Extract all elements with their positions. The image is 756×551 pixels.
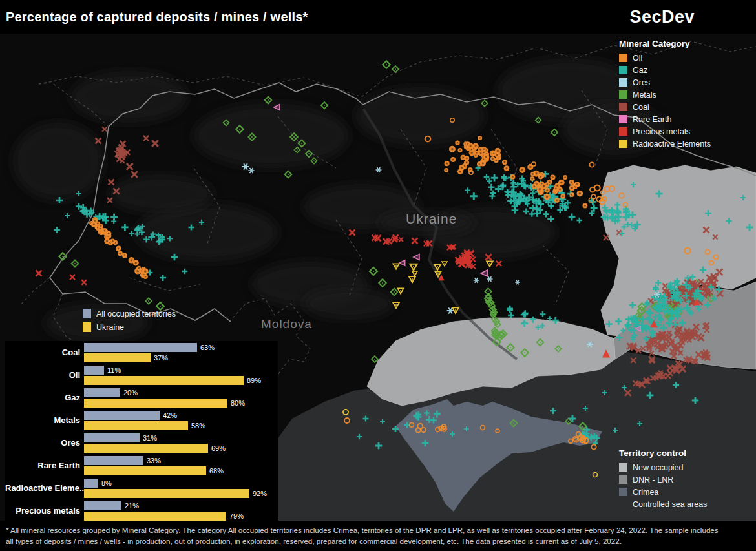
deposit-marker-oil[interactable] [467, 143, 474, 149]
deposit-marker-oil[interactable] [457, 148, 462, 152]
bar-metals-0[interactable] [84, 411, 160, 420]
deposit-marker-oil[interactable] [530, 176, 534, 181]
territory-legend-item-new-occupied[interactable]: New occupied [619, 461, 707, 473]
deposit-marker-oil[interactable] [483, 154, 489, 160]
deposit-marker-oil[interactable] [569, 192, 574, 197]
deposit-marker-oil[interactable] [558, 180, 565, 186]
deposit-marker-oil[interactable] [544, 194, 551, 200]
deposit-marker-oil[interactable] [450, 157, 456, 162]
deposit-marker-oil[interactable] [569, 180, 574, 185]
legend-label: Ukraine [96, 323, 124, 332]
mineral-legend-item-rare[interactable]: Rare Earth [619, 113, 711, 125]
bar-oil-0[interactable] [84, 366, 104, 375]
deposit-marker-oil[interactable] [455, 141, 459, 145]
legend-swatch [619, 66, 627, 74]
deposit-marker-oil[interactable] [554, 198, 560, 203]
deposit-marker-oil[interactable] [583, 203, 588, 209]
bar-value-label: 68% [209, 467, 224, 475]
deposit-marker-oil[interactable] [545, 182, 549, 187]
mineral-category-legend: Mineral Category OilGazOresMetalsCoalRar… [619, 39, 711, 150]
bar-oil-1[interactable] [84, 376, 244, 385]
deposit-marker-oil[interactable] [449, 146, 456, 152]
bar-radioactive-eleme--1[interactable] [84, 489, 249, 498]
bar-gaz-0[interactable] [84, 388, 120, 397]
deposit-marker-oil[interactable] [563, 175, 567, 180]
bar-coal-1[interactable] [84, 353, 151, 362]
legend-label: Rare Earth [633, 115, 671, 124]
deposit-marker-oil[interactable] [99, 224, 103, 228]
mineral-legend-item-coal[interactable]: Coal [619, 101, 711, 113]
deposit-marker-oil[interactable] [502, 160, 507, 165]
deposit-marker-oil[interactable] [551, 175, 556, 180]
bar-coal-0[interactable] [84, 343, 197, 352]
deposit-marker-oil[interactable] [527, 164, 533, 170]
deposit-marker-oil[interactable] [545, 188, 550, 193]
bar-value-label: 20% [123, 389, 138, 397]
legend-label: Radioactive Elements [633, 140, 711, 149]
deposit-marker-oil[interactable] [90, 221, 96, 227]
chart-bars: 20%80% [84, 388, 278, 408]
deposit-marker-oil[interactable] [490, 156, 495, 161]
deposit-marker-oil[interactable] [538, 174, 543, 180]
bar-rare-earth-0[interactable] [84, 456, 143, 465]
deposit-marker-oil[interactable] [142, 268, 149, 275]
deposit-marker-oil[interactable] [569, 185, 575, 191]
chart-bars: 31%69% [84, 433, 278, 453]
territory-legend-item-sea[interactable]: Controlled sea areas [619, 498, 707, 510]
captured-percentage-bar-chart: Coal63%37%Oil11%89%Gaz20%80%Metals42%58%… [5, 341, 278, 523]
deposit-marker-oil[interactable] [519, 167, 525, 173]
deposit-marker-oil[interactable] [510, 174, 516, 180]
chart-category-label: Precious metals [5, 506, 84, 515]
deposit-marker-oil[interactable] [444, 168, 448, 172]
bar-precious-metals-0[interactable] [84, 501, 121, 510]
deposit-marker-oil[interactable] [464, 160, 469, 165]
bar-gaz-1[interactable] [84, 399, 227, 408]
deposit-marker-oil[interactable] [133, 260, 139, 265]
deposit-marker-oil[interactable] [504, 165, 510, 171]
bar-ores-0[interactable] [84, 433, 140, 442]
bar-rare-earth-1[interactable] [84, 466, 206, 475]
mineral-legend-item-ores[interactable]: Ores [619, 76, 711, 88]
deposit-marker-oil[interactable] [494, 152, 499, 157]
bar-precious-metals-1[interactable] [84, 512, 226, 521]
deposit-marker-oil[interactable] [478, 136, 482, 140]
legend-label: Ores [633, 78, 650, 87]
legend-swatch [619, 90, 627, 99]
deposit-marker-oil[interactable] [530, 172, 535, 176]
deposit-marker-oil[interactable] [460, 154, 466, 160]
mineral-legend-item-oil[interactable]: Oil [619, 52, 711, 64]
deposit-marker-oil[interactable] [540, 182, 545, 187]
deposit-marker-oil[interactable] [554, 186, 558, 191]
deposit-marker-oil[interactable] [468, 167, 473, 172]
deposit-marker-oil[interactable] [481, 147, 486, 151]
chart-row: Metals42%58% [5, 409, 278, 431]
deposit-marker-oil[interactable] [445, 161, 450, 166]
deposit-marker-oil[interactable] [106, 231, 112, 236]
mineral-legend-item-gaz[interactable]: Gaz [619, 64, 711, 76]
deposit-marker-oil[interactable] [534, 181, 540, 187]
mineral-legend-item-radio[interactable]: Radioactive Elements [619, 138, 711, 150]
territory-legend-item-dnr-lnr[interactable]: DNR - LNR [619, 473, 707, 486]
bar-metals-1[interactable] [84, 421, 188, 430]
chart-row: Ores31%69% [5, 431, 278, 454]
chart-legend-item-0[interactable]: All occupied territories [83, 307, 176, 320]
deposit-marker-oil[interactable] [459, 165, 465, 171]
deposit-marker-oil[interactable] [118, 251, 123, 256]
deposit-marker-oil[interactable] [577, 191, 583, 197]
deposit-marker-oil[interactable] [560, 194, 565, 199]
bar-radioactive-eleme--0[interactable] [84, 479, 98, 488]
deposit-marker-oil[interactable] [116, 246, 121, 251]
deposit-marker-oil[interactable] [110, 239, 115, 244]
legend-label: Oil [633, 54, 642, 63]
bar-ores-1[interactable] [84, 444, 208, 453]
chart-bars: 42%58% [84, 410, 278, 431]
chart-category-label: Oil [5, 370, 84, 380]
legend-swatch [619, 463, 627, 472]
deposit-marker-oil[interactable] [122, 253, 127, 257]
mineral-legend-item-metals[interactable]: Metals [619, 88, 711, 101]
chart-legend-item-1[interactable]: Ukraine [83, 320, 176, 334]
dashboard: UkraineMoldova Percentage of captured de… [0, 0, 756, 551]
chart-category-label: Metals [5, 415, 84, 425]
mineral-legend-item-precious[interactable]: Precious metals [619, 125, 711, 138]
territory-legend-item-crimea[interactable]: Crimea [619, 486, 707, 498]
